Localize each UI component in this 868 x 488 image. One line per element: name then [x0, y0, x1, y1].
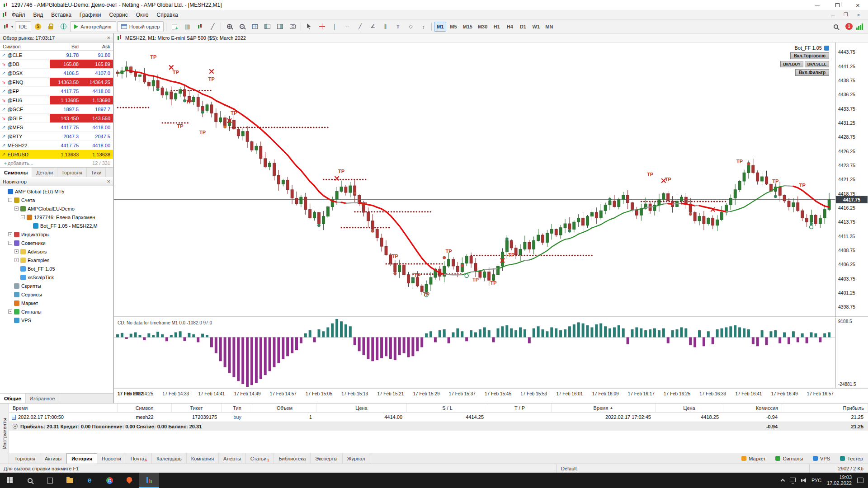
navigator-tab-избранное[interactable]: Избранное	[26, 394, 60, 403]
tree-item[interactable]: AMP Global (EU) MT5	[0, 187, 113, 196]
service-tab-маркет[interactable]: Маркет	[736, 456, 770, 461]
mdi-close-button[interactable]: ×	[853, 11, 864, 19]
history-column-header[interactable]: Тип	[222, 404, 253, 412]
tree-item[interactable]: +Examples	[0, 256, 113, 264]
history-column-header[interactable]: Объем	[253, 404, 316, 412]
market-watch-row[interactable]: ↗@EP4417.754418.00	[0, 87, 113, 96]
text-button[interactable]: T	[392, 21, 404, 32]
history-column-header[interactable]: T / P	[488, 404, 552, 412]
edge-button[interactable]: e	[80, 473, 99, 488]
expand-icon[interactable]: +	[14, 258, 19, 262]
expand-icon[interactable]: +	[8, 232, 12, 236]
community-button[interactable]	[57, 21, 69, 32]
toolbox-tab-торговля[interactable]: Торговля	[10, 453, 40, 464]
taskbar-clock[interactable]: 19:03 17.02.2022	[827, 474, 852, 486]
new-chart-button[interactable]	[169, 21, 180, 32]
bars-view-button[interactable]: ▥	[181, 21, 193, 32]
toolbox-tab-эксперты[interactable]: Эксперты	[311, 453, 342, 464]
chrome-button[interactable]	[99, 473, 119, 488]
market-watch-row[interactable]: ↗@DSX4106.54107.0	[0, 69, 113, 78]
toolbox-side-strip[interactable]: Инструменты	[0, 404, 9, 464]
market-watch-row[interactable]: ↗EURUSD1.136331.13638	[0, 150, 113, 159]
market-watch-row[interactable]: ↘@DB165.88165.89	[0, 60, 113, 69]
tree-item[interactable]: Маркет	[0, 299, 113, 307]
market-watch-tab-торговля[interactable]: Торговля	[57, 168, 87, 177]
history-column-header[interactable]: Тикет	[172, 404, 222, 412]
collapse-icon[interactable]: −	[8, 198, 12, 202]
tree-item[interactable]: Скрипты	[0, 282, 113, 290]
market-watch-tab-детали[interactable]: Детали	[32, 168, 57, 177]
collapse-icon[interactable]: −	[14, 206, 19, 211]
snapshot-button[interactable]	[287, 21, 298, 32]
expert-icon[interactable]	[824, 46, 829, 51]
enable-filter-button[interactable]: Вкл.Фильтр	[795, 69, 829, 76]
menu-item-6[interactable]: Справка	[153, 11, 182, 19]
tree-item[interactable]: −AMPGlobalEU-Demo	[0, 204, 113, 213]
toolbox-tab-компания[interactable]: Компания	[187, 453, 219, 464]
history-table-row[interactable]: 2022.02.17 17:00:50mesh22172039175buy144…	[9, 413, 868, 422]
cursor-button[interactable]	[303, 21, 315, 32]
timeframe-m1-button[interactable]: M1	[434, 22, 446, 32]
menu-item-5[interactable]: Окно	[132, 11, 153, 19]
tree-item[interactable]: −Советники	[0, 239, 113, 247]
column-ask[interactable]: Ask	[81, 44, 113, 49]
tree-item[interactable]: Сервисы	[0, 290, 113, 299]
grid-button[interactable]	[249, 21, 260, 32]
timeframe-h1-button[interactable]: H1	[491, 22, 503, 32]
toolbox-tab-статьи[interactable]: Статьи1	[246, 453, 274, 464]
taskbar-search-button[interactable]	[20, 473, 40, 488]
collapse-icon[interactable]: −	[21, 215, 25, 219]
timeframe-m15-button[interactable]: M15	[460, 22, 474, 32]
line-view-button[interactable]: ╱	[207, 21, 218, 32]
channel-button[interactable]: ∥	[379, 21, 391, 32]
mdi-restore-button[interactable]: ❐	[840, 11, 852, 19]
tree-item[interactable]: Bot_FF 1.05	[0, 264, 113, 273]
lock-button[interactable]	[45, 21, 57, 32]
minimize-button[interactable]	[807, 0, 827, 10]
menu-item-0[interactable]: Файл	[8, 11, 29, 19]
timeframe-m30-button[interactable]: M30	[476, 22, 490, 32]
toolbox-tab-активы[interactable]: Активы	[40, 453, 66, 464]
toolbox-tab-почта[interactable]: Почта6	[126, 453, 152, 464]
column-bid[interactable]: Bid	[50, 44, 81, 49]
history-column-header[interactable]: Время▲	[552, 404, 656, 412]
expand-icon[interactable]: +	[14, 249, 19, 253]
arrows-button[interactable]: ↕	[417, 21, 429, 32]
restore-button[interactable]	[827, 0, 848, 10]
close-icon[interactable]: ×	[107, 35, 110, 41]
toolbox-tab-журнал[interactable]: Журнал	[343, 453, 370, 464]
market-watch-row[interactable]: ↗@RTY2047.32047.5	[0, 132, 113, 141]
toolbox-tab-библиотека[interactable]: Библиотека	[274, 453, 311, 464]
tree-item[interactable]: VPS	[0, 316, 113, 324]
tree-item[interactable]: −Счета	[0, 196, 113, 204]
chart-window-icon[interactable]	[2, 12, 8, 18]
notification-badge[interactable]: 1	[845, 23, 853, 30]
timeframe-h4-button[interactable]: H4	[504, 22, 516, 32]
expand-summary-icon[interactable]: +	[13, 424, 18, 429]
tree-item[interactable]: +Advisors	[0, 247, 113, 256]
tray-overflow-icon[interactable]	[780, 479, 785, 483]
chart-profile-dropdown[interactable]: ▾	[2, 21, 14, 32]
network-icon[interactable]	[790, 478, 796, 482]
menu-item-4[interactable]: Сервис	[105, 11, 132, 19]
market-watch-row[interactable]: ↘@ENQ14363.5014364.25	[0, 78, 113, 87]
history-column-header[interactable]: Прибыль	[782, 404, 868, 412]
navigator-tab-общие[interactable]: Общие	[0, 394, 26, 403]
service-tab-сигналы[interactable]: Сигналы	[770, 456, 808, 461]
history-column-header[interactable]: S / L	[407, 404, 488, 412]
enable-buy-button[interactable]: Вкл.BUY	[780, 61, 803, 67]
service-tab-тестер[interactable]: Тестер	[835, 456, 868, 461]
toolbox-tab-история[interactable]: История	[66, 453, 97, 464]
menu-item-1[interactable]: Вид	[29, 11, 47, 19]
close-button[interactable]: ×	[848, 0, 868, 10]
history-column-header[interactable]: Символ	[118, 404, 172, 412]
profile-selector[interactable]: Default	[556, 464, 809, 473]
angle-button[interactable]: ∠	[367, 21, 378, 32]
candles-view-button[interactable]	[194, 21, 206, 32]
market-watch-row[interactable]: ↗@CLE91.7891.80	[0, 51, 113, 60]
tree-item[interactable]: xsScalpTick	[0, 273, 113, 282]
new-order-button[interactable]: Новый ордер	[117, 21, 164, 32]
market-watch-row[interactable]: ↘@EU61.136851.13690	[0, 96, 113, 105]
trendline-button[interactable]: ╱	[354, 21, 366, 32]
search-button[interactable]	[830, 21, 842, 32]
